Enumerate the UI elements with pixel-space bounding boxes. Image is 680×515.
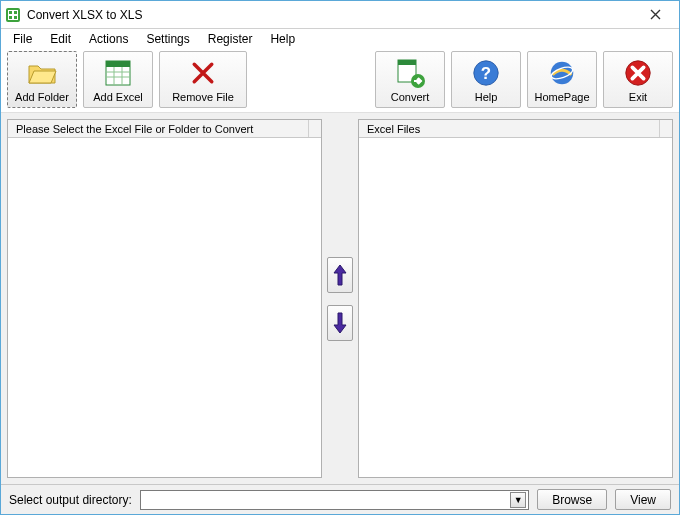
menu-file[interactable]: File	[5, 30, 40, 48]
folder-icon	[26, 57, 58, 89]
right-panel-header[interactable]: Excel Files	[359, 120, 672, 138]
chevron-down-icon[interactable]: ▼	[510, 492, 526, 508]
svg-rect-5	[14, 16, 17, 19]
menu-edit[interactable]: Edit	[42, 30, 79, 48]
right-panel-list[interactable]	[359, 138, 672, 477]
remove-icon	[187, 57, 219, 89]
browse-button[interactable]: Browse	[537, 489, 607, 510]
move-down-button[interactable]	[327, 305, 353, 341]
convert-label: Convert	[391, 91, 430, 103]
bottom-bar: Select output directory: ▼ Browse View	[1, 484, 679, 514]
left-panel-header-text: Please Select the Excel File or Folder t…	[16, 123, 253, 135]
menu-settings[interactable]: Settings	[138, 30, 197, 48]
convert-button[interactable]: Convert	[375, 51, 445, 108]
svg-text:?: ?	[481, 63, 491, 82]
svg-rect-3	[14, 11, 17, 14]
app-icon	[5, 7, 21, 23]
add-excel-label: Add Excel	[93, 91, 143, 103]
homepage-label: HomePage	[534, 91, 589, 103]
svg-rect-2	[9, 11, 12, 14]
left-panel: Please Select the Excel File or Folder t…	[7, 119, 322, 478]
convert-icon	[394, 57, 426, 89]
toolbar-spacer	[253, 51, 369, 108]
menu-help[interactable]: Help	[262, 30, 303, 48]
titlebar: Convert XLSX to XLS	[1, 1, 679, 29]
remove-file-button[interactable]: Remove File	[159, 51, 247, 108]
help-icon: ?	[470, 57, 502, 89]
svg-rect-13	[398, 60, 416, 65]
add-excel-button[interactable]: Add Excel	[83, 51, 153, 108]
main-area: Please Select the Excel File or Folder t…	[1, 113, 679, 484]
app-window: Convert XLSX to XLS File Edit Actions Se…	[0, 0, 680, 515]
reorder-controls	[326, 119, 354, 478]
exit-icon	[622, 57, 654, 89]
help-button[interactable]: ? Help	[451, 51, 521, 108]
move-up-button[interactable]	[327, 257, 353, 293]
add-folder-label: Add Folder	[15, 91, 69, 103]
excel-icon	[102, 57, 134, 89]
ie-icon	[546, 57, 578, 89]
output-dir-label: Select output directory:	[9, 493, 132, 507]
close-button[interactable]	[635, 3, 675, 27]
add-folder-button[interactable]: Add Folder	[7, 51, 77, 108]
help-label: Help	[475, 91, 498, 103]
menubar: File Edit Actions Settings Register Help	[1, 29, 679, 49]
left-panel-list[interactable]	[8, 138, 321, 477]
title: Convert XLSX to XLS	[27, 8, 635, 22]
homepage-button[interactable]: HomePage	[527, 51, 597, 108]
menu-actions[interactable]: Actions	[81, 30, 136, 48]
exit-label: Exit	[629, 91, 647, 103]
toolbar: Add Folder Add Excel Remove	[1, 49, 679, 113]
exit-button[interactable]: Exit	[603, 51, 673, 108]
right-panel-header-text: Excel Files	[367, 123, 420, 135]
svg-rect-7	[106, 61, 130, 67]
remove-file-label: Remove File	[172, 91, 234, 103]
output-dir-combo[interactable]: ▼	[140, 490, 529, 510]
right-panel: Excel Files	[358, 119, 673, 478]
menu-register[interactable]: Register	[200, 30, 261, 48]
left-panel-header[interactable]: Please Select the Excel File or Folder t…	[8, 120, 321, 138]
svg-rect-4	[9, 16, 12, 19]
view-button[interactable]: View	[615, 489, 671, 510]
